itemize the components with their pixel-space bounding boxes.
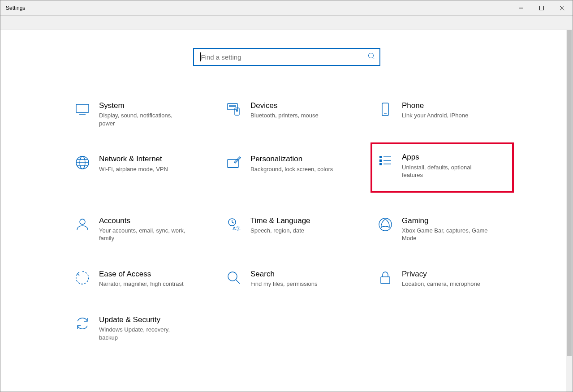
tile-desc: Speech, region, date bbox=[250, 227, 310, 235]
scrollbar-thumb[interactable] bbox=[567, 30, 572, 356]
tile-title: Devices bbox=[250, 101, 319, 110]
search-icon bbox=[368, 52, 375, 61]
svg-line-31 bbox=[232, 222, 234, 223]
tile-desc: Wi-Fi, airplane mode, VPN bbox=[99, 165, 168, 173]
tile-title: Update & Security bbox=[99, 315, 187, 324]
tile-desc: Bluetooth, printers, mouse bbox=[250, 112, 319, 120]
tile-title: Network & Internet bbox=[99, 154, 168, 164]
content-area: System Display, sound, notifications, po… bbox=[0, 30, 573, 392]
minimize-button[interactable] bbox=[511, 0, 531, 15]
tile-title: Apps bbox=[402, 152, 490, 162]
gaming-icon bbox=[375, 216, 396, 232]
svg-line-35 bbox=[236, 280, 240, 284]
categories-grid: System Display, sound, notifications, po… bbox=[68, 97, 520, 345]
tile-ease[interactable]: Ease of Access Narrator, magnifier, high… bbox=[68, 266, 211, 292]
tile-title: Privacy bbox=[402, 269, 480, 279]
tile-title: System bbox=[99, 101, 187, 110]
search-input[interactable] bbox=[200, 53, 368, 61]
system-icon bbox=[72, 101, 93, 117]
accounts-icon bbox=[72, 216, 93, 232]
svg-point-34 bbox=[228, 272, 237, 281]
devices-icon bbox=[224, 101, 244, 117]
tile-privacy[interactable]: Privacy Location, camera, microphone bbox=[371, 266, 514, 292]
titlebar: Settings bbox=[0, 0, 573, 16]
tile-desc: Uninstall, defaults, optional features bbox=[402, 164, 490, 179]
tile-desc: Location, camera, microphone bbox=[402, 280, 480, 288]
svg-point-4 bbox=[368, 53, 373, 58]
tile-desc: Windows Update, recovery, backup bbox=[99, 326, 187, 341]
scrollbar[interactable] bbox=[566, 30, 573, 392]
tile-desc: Xbox Game Bar, captures, Game Mode bbox=[402, 227, 490, 242]
svg-point-33 bbox=[379, 218, 392, 231]
tile-gaming[interactable]: Gaming Xbox Game Bar, captures, Game Mod… bbox=[371, 212, 514, 246]
personalization-icon bbox=[224, 154, 244, 170]
svg-rect-22 bbox=[379, 156, 382, 158]
tile-system[interactable]: System Display, sound, notifications, po… bbox=[68, 97, 211, 131]
svg-point-28 bbox=[80, 219, 85, 224]
tile-desc: Find my files, permissions bbox=[250, 280, 318, 288]
tile-desc: Narrator, magnifier, high contrast bbox=[99, 280, 184, 288]
tile-title: Search bbox=[250, 269, 318, 279]
maximize-button[interactable] bbox=[531, 0, 552, 15]
tile-desc: Link your Android, iPhone bbox=[402, 112, 468, 120]
tile-accounts[interactable]: Accounts Your accounts, email, sync, wor… bbox=[68, 212, 211, 246]
tile-network[interactable]: Network & Internet Wi-Fi, airplane mode,… bbox=[68, 151, 211, 192]
tile-desc: Background, lock screen, colors bbox=[250, 165, 333, 173]
text-caret bbox=[200, 52, 201, 61]
apps-icon bbox=[375, 152, 396, 168]
ease-icon bbox=[72, 269, 93, 285]
tile-title: Time & Language bbox=[250, 216, 310, 225]
phone-icon bbox=[375, 101, 396, 117]
svg-rect-24 bbox=[379, 163, 382, 165]
search-container bbox=[0, 48, 573, 66]
privacy-icon bbox=[375, 269, 396, 285]
update-icon bbox=[72, 315, 93, 331]
svg-point-12 bbox=[237, 110, 238, 112]
svg-text:A字: A字 bbox=[233, 226, 241, 231]
window-title: Settings bbox=[0, 5, 25, 11]
svg-rect-1 bbox=[540, 6, 544, 10]
tile-title: Accounts bbox=[99, 216, 187, 225]
tile-search[interactable]: Search Find my files, permissions bbox=[219, 266, 362, 292]
tile-apps[interactable]: Apps Uninstall, defaults, optional featu… bbox=[371, 142, 514, 192]
network-icon bbox=[72, 154, 93, 170]
tile-time[interactable]: A字 Time & Language Speech, region, date bbox=[219, 212, 362, 246]
tile-title: Gaming bbox=[402, 216, 490, 225]
tile-title: Personalization bbox=[250, 154, 333, 164]
tile-phone[interactable]: Phone Link your Android, iPhone bbox=[371, 97, 514, 131]
tile-desc: Your accounts, email, sync, work, family bbox=[99, 227, 187, 242]
close-button[interactable] bbox=[552, 0, 573, 15]
tile-desc: Display, sound, notifications, power bbox=[99, 112, 187, 127]
search-magnifier-icon bbox=[224, 269, 244, 285]
tile-update[interactable]: Update & Security Windows Update, recove… bbox=[68, 311, 211, 345]
svg-rect-6 bbox=[76, 104, 89, 112]
svg-rect-23 bbox=[379, 159, 382, 162]
tile-personalization[interactable]: Personalization Background, lock screen,… bbox=[219, 151, 362, 192]
svg-line-5 bbox=[373, 57, 375, 59]
window-controls bbox=[511, 0, 573, 15]
header-spacer bbox=[0, 16, 573, 30]
svg-rect-36 bbox=[381, 277, 390, 284]
tile-title: Phone bbox=[402, 101, 468, 110]
tile-title: Ease of Access bbox=[99, 269, 184, 279]
time-icon: A字 bbox=[224, 216, 244, 232]
svg-rect-20 bbox=[228, 159, 238, 168]
search-box[interactable] bbox=[193, 48, 380, 66]
tile-devices[interactable]: Devices Bluetooth, printers, mouse bbox=[219, 97, 362, 131]
